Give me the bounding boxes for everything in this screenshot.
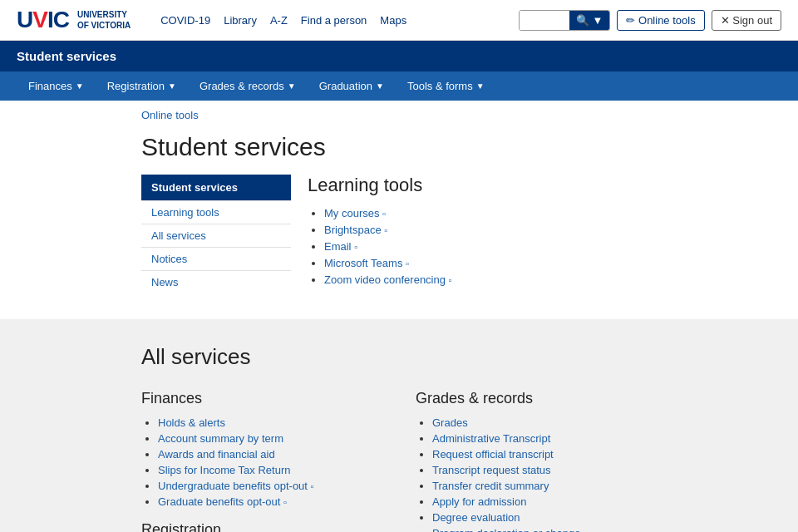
services-column-2: Grades & records Grades Administrative T…	[416, 390, 657, 532]
list-item: Zoom video conferencing ▫	[324, 273, 657, 286]
list-item: Holds & alerts	[158, 416, 382, 429]
top-nav: COVID-19 Library A-Z Find a person Maps	[160, 14, 505, 27]
sidebar-current: Student services	[141, 175, 291, 200]
content-area: Student services Learning tools All serv…	[0, 175, 798, 319]
microsoft-teams-link[interactable]: Microsoft Teams ▫	[324, 257, 409, 269]
list-item: My courses ▫	[324, 206, 657, 219]
logo-area: UVIC UNIVERSITYOF VICTORIA	[17, 7, 131, 33]
university-name: UNIVERSITYOF VICTORIA	[77, 9, 131, 31]
sidebar-item-news[interactable]: News	[141, 270, 291, 293]
list-item: Program declaration or change	[432, 526, 657, 532]
external-icon: ▫	[449, 275, 452, 285]
transfer-credit-link[interactable]: Transfer credit summary	[432, 480, 549, 492]
chevron-icon: ▼	[376, 81, 384, 91]
top-bar: UVIC UNIVERSITYOF VICTORIA COVID-19 Libr…	[0, 0, 798, 41]
nav-maps[interactable]: Maps	[380, 14, 406, 27]
list-item: Apply for admission	[432, 495, 657, 508]
zoom-link[interactable]: Zoom video conferencing ▫	[324, 273, 452, 286]
student-services-label: Student services	[17, 49, 116, 63]
nav-tools-forms[interactable]: Tools & forms ▼	[396, 71, 496, 101]
nav-finances[interactable]: Finances ▼	[17, 71, 96, 101]
awards-financial-aid-link[interactable]: Awards and financial aid	[158, 448, 275, 461]
external-icon: ▫	[382, 209, 386, 219]
holds-alerts-link[interactable]: Holds & alerts	[158, 416, 225, 429]
search-box[interactable]: 🔍 ▼	[519, 10, 610, 31]
grades-records-title: Grades & records	[416, 390, 657, 407]
list-item: Degree evaluation	[432, 510, 657, 524]
list-item: Account summary by term	[158, 431, 382, 445]
external-icon: ▫	[311, 481, 314, 491]
services-grid: Finances Holds & alerts Account summary …	[141, 390, 657, 532]
learning-tools-list: My courses ▫ Brightspace ▫ Email ▫ Micro…	[308, 206, 657, 286]
list-item: Grades	[432, 416, 657, 429]
nav-az[interactable]: A-Z	[270, 14, 288, 27]
list-item: Transfer credit summary	[432, 479, 657, 492]
request-transcript-link[interactable]: Request official transcript	[432, 448, 554, 461]
registration-title: Registration	[141, 521, 382, 532]
nav-find-person[interactable]: Find a person	[301, 14, 367, 27]
chevron-icon: ▼	[288, 81, 296, 91]
list-item: Awards and financial aid	[158, 447, 382, 461]
list-item: Graduate benefits opt-out ▫	[158, 495, 382, 508]
brightspace-link[interactable]: Brightspace ▫	[324, 224, 387, 236]
my-courses-link[interactable]: My courses ▫	[324, 207, 386, 219]
breadcrumb-link[interactable]: Online tools	[141, 109, 199, 121]
nav-registration[interactable]: Registration ▼	[96, 71, 188, 101]
sidebar-item-learning-tools[interactable]: Learning tools	[141, 200, 291, 224]
list-item: Slips for Income Tax Return	[158, 463, 382, 476]
list-item: Microsoft Teams ▫	[324, 256, 657, 269]
list-item: Transcript request status	[432, 463, 657, 476]
email-link[interactable]: Email ▫	[324, 240, 357, 253]
list-item: Request official transcript	[432, 447, 657, 461]
top-actions: 🔍 ▼ ✏ Online tools ✕ Sign out	[519, 10, 781, 31]
ug-benefits-link[interactable]: Undergraduate benefits opt-out ▫	[158, 480, 314, 492]
admin-transcript-link[interactable]: Administrative Transcript	[432, 432, 550, 445]
program-declaration-link[interactable]: Program declaration or change	[432, 527, 581, 532]
external-icon: ▫	[354, 242, 357, 252]
search-input[interactable]	[520, 11, 569, 30]
finances-title: Finances	[141, 390, 382, 407]
grades-records-list: Grades Administrative Transcript Request…	[416, 416, 657, 532]
breadcrumb: Online tools	[0, 101, 798, 130]
grad-benefits-link[interactable]: Graduate benefits opt-out ▫	[158, 495, 287, 508]
sidebar-item-notices[interactable]: Notices	[141, 247, 291, 270]
chevron-icon: ▼	[476, 81, 485, 91]
page-title: Student services	[0, 130, 798, 175]
external-icon: ▫	[406, 259, 409, 268]
degree-evaluation-link[interactable]: Degree evaluation	[432, 511, 520, 524]
all-services-title: All services	[141, 344, 657, 370]
sidebar-item-all-services[interactable]: All services	[141, 224, 291, 247]
external-icon: ▫	[384, 225, 387, 235]
finances-list: Holds & alerts Account summary by term A…	[141, 416, 382, 508]
uvic-logo: UVIC	[17, 7, 69, 33]
search-button[interactable]: 🔍 ▼	[569, 11, 609, 30]
grades-link[interactable]: Grades	[432, 416, 468, 429]
main-nav: Finances ▼ Registration ▼ Grades & recor…	[0, 71, 798, 101]
list-item: Undergraduate benefits opt-out ▫	[158, 479, 382, 492]
chevron-icon: ▼	[168, 81, 176, 91]
list-item: Administrative Transcript	[432, 431, 657, 445]
transcript-status-link[interactable]: Transcript request status	[432, 464, 551, 476]
all-services-section: All services Finances Holds & alerts Acc…	[0, 319, 798, 532]
student-services-bar: Student services	[0, 41, 798, 71]
sign-out-icon: ✕	[721, 14, 730, 27]
apply-admission-link[interactable]: Apply for admission	[432, 495, 526, 508]
nav-graduation[interactable]: Graduation ▼	[308, 71, 396, 101]
services-column-1: Finances Holds & alerts Account summary …	[141, 390, 382, 532]
main-content: Learning tools My courses ▫ Brightspace …	[308, 175, 657, 294]
sidebar: Student services Learning tools All serv…	[141, 175, 291, 294]
sign-out-button[interactable]: ✕ Sign out	[712, 10, 781, 31]
learning-tools-title: Learning tools	[308, 175, 657, 196]
list-item: Brightspace ▫	[324, 223, 657, 236]
account-summary-link[interactable]: Account summary by term	[158, 432, 283, 445]
nav-covid[interactable]: COVID-19	[160, 14, 210, 27]
chevron-icon: ▼	[76, 81, 84, 91]
online-tools-button[interactable]: ✏ Online tools	[617, 10, 704, 31]
nav-library[interactable]: Library	[224, 14, 257, 27]
list-item: Email ▫	[324, 239, 657, 253]
tax-return-link[interactable]: Slips for Income Tax Return	[158, 464, 290, 476]
nav-grades-records[interactable]: Grades & records ▼	[188, 71, 308, 101]
external-icon: ▫	[283, 497, 287, 507]
online-tools-icon: ✏	[626, 14, 635, 27]
